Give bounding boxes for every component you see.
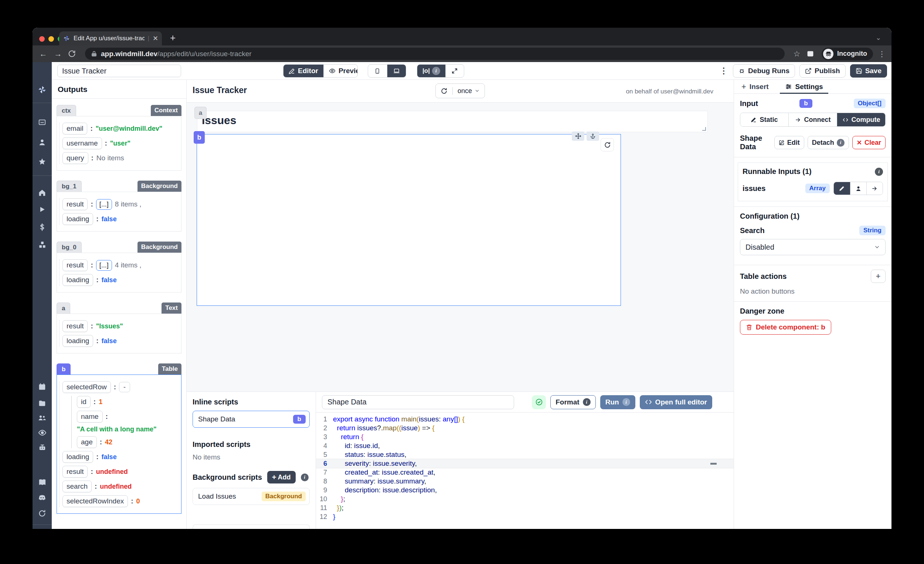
resources-boxes-icon[interactable] bbox=[36, 238, 48, 251]
format-button[interactable]: Formati bbox=[550, 395, 596, 409]
output-key-pill[interactable]: loading bbox=[63, 451, 93, 463]
mobile-view-button[interactable] bbox=[368, 64, 387, 77]
info-icon[interactable]: i bbox=[875, 168, 883, 176]
forward-icon[interactable]: → bbox=[53, 49, 63, 58]
delete-component-button[interactable]: Delete component: b bbox=[740, 320, 831, 335]
apps-icon[interactable] bbox=[36, 116, 48, 129]
move-component-handle[interactable] bbox=[572, 132, 584, 141]
anchor-component-button[interactable] bbox=[586, 132, 599, 141]
refresh-mode-button[interactable]: once bbox=[435, 84, 485, 98]
windmill-logo-icon[interactable] bbox=[36, 84, 48, 96]
minimize-window-button[interactable] bbox=[48, 36, 54, 42]
info-icon[interactable]: i bbox=[301, 474, 309, 481]
text-component[interactable]: a Issues bbox=[197, 111, 708, 132]
static-mode-button[interactable]: Static bbox=[740, 113, 788, 126]
output-key-pill[interactable]: selectedRow bbox=[63, 381, 111, 393]
user-icon[interactable] bbox=[36, 136, 48, 148]
hide-panels-button[interactable]: |o| i bbox=[417, 64, 446, 77]
detach-button[interactable]: Detachi bbox=[808, 136, 849, 149]
output-key-pill[interactable]: selectedRowIndex bbox=[63, 495, 128, 507]
inline-script-item[interactable]: Shape Datab bbox=[192, 411, 310, 428]
workers-robot-icon[interactable] bbox=[36, 441, 48, 453]
background-script-item-partial[interactable] bbox=[192, 525, 310, 529]
output-key-pill[interactable]: result bbox=[63, 259, 88, 271]
publish-button[interactable]: Publish bbox=[800, 64, 846, 78]
side-panel-icon[interactable] bbox=[807, 50, 816, 57]
incognito-badge[interactable]: Incognito bbox=[822, 48, 873, 60]
output-card-tab[interactable]: bg_0 bbox=[57, 242, 82, 253]
docs-book-icon[interactable] bbox=[36, 476, 48, 488]
save-button[interactable]: Save bbox=[850, 64, 887, 78]
resize-handle[interactable] bbox=[702, 127, 706, 131]
output-key-pill[interactable]: loading bbox=[63, 335, 93, 347]
output-array-pill[interactable]: [...] bbox=[96, 260, 112, 271]
output-key-pill[interactable]: search bbox=[63, 480, 92, 492]
compute-mode-button[interactable]: Compute bbox=[837, 113, 885, 126]
app-name-input[interactable]: Issue Tracker bbox=[57, 64, 181, 77]
url-input[interactable]: app.windmill.dev/apps/edit/u/user/issue-… bbox=[85, 48, 784, 60]
output-key-pill[interactable]: result bbox=[63, 320, 88, 332]
output-key-pill[interactable]: age bbox=[77, 436, 97, 448]
browser-menu-icon[interactable]: ⋮ bbox=[878, 49, 885, 58]
tab-search-chevron-icon[interactable]: ⌄ bbox=[876, 34, 881, 42]
add-table-action-button[interactable]: + bbox=[871, 269, 885, 283]
favorites-star-icon[interactable] bbox=[36, 156, 48, 168]
run-button[interactable]: Runi bbox=[600, 395, 635, 409]
settings-tab[interactable]: Settings bbox=[785, 80, 823, 93]
output-card-tab[interactable]: b bbox=[57, 364, 70, 374]
schedules-calendar-icon[interactable] bbox=[36, 380, 48, 393]
preview-tab[interactable]: Preview bbox=[323, 64, 358, 77]
new-tab-button[interactable]: + bbox=[170, 33, 176, 42]
variables-dollar-icon[interactable] bbox=[36, 221, 48, 233]
component-a-label[interactable]: a bbox=[194, 107, 207, 119]
output-key-pill[interactable]: loading bbox=[63, 213, 93, 225]
desktop-view-button[interactable] bbox=[387, 64, 406, 77]
output-key-pill[interactable]: email bbox=[63, 123, 87, 135]
output-key-pill[interactable]: username bbox=[63, 138, 102, 149]
table-refresh-button[interactable] bbox=[601, 138, 614, 151]
output-key-pill[interactable]: query bbox=[63, 152, 88, 164]
connect-mode-button[interactable]: Connect bbox=[788, 113, 837, 126]
refresh-mode-select[interactable]: once bbox=[452, 87, 484, 95]
output-key-pill[interactable]: loading bbox=[63, 274, 93, 286]
editor-tab[interactable]: Editor bbox=[284, 64, 323, 77]
table-component[interactable]: b bbox=[196, 134, 621, 306]
browser-tab[interactable]: Edit App u/user/issue-tracker | ✕ bbox=[59, 31, 162, 45]
more-menu-icon[interactable]: ⋮ bbox=[720, 66, 728, 76]
component-b-label[interactable]: b bbox=[194, 131, 205, 144]
app-canvas[interactable]: a Issues b bbox=[187, 103, 734, 392]
close-window-button[interactable] bbox=[39, 36, 45, 42]
user-input-button[interactable] bbox=[850, 182, 866, 194]
output-key-pill[interactable]: id bbox=[77, 396, 90, 408]
add-background-script-button[interactable]: +Add bbox=[267, 471, 296, 483]
edit-shape-button[interactable]: Edit bbox=[774, 136, 804, 149]
reload-icon[interactable] bbox=[68, 50, 78, 58]
output-array-pill[interactable]: [...] bbox=[96, 199, 112, 210]
search-mode-select[interactable]: Disabled bbox=[740, 239, 885, 255]
code-editor[interactable]: 1export async function main(issues: any[… bbox=[316, 413, 734, 529]
sync-refresh-icon[interactable] bbox=[36, 507, 48, 520]
canvas-refresh-icon[interactable] bbox=[436, 88, 452, 94]
static-edit-button[interactable] bbox=[834, 182, 850, 194]
output-key-pill[interactable]: result bbox=[63, 466, 88, 477]
clear-button[interactable]: ✕ Clear bbox=[852, 136, 885, 149]
home-icon[interactable] bbox=[36, 187, 48, 199]
output-card-tab[interactable]: bg_1 bbox=[57, 181, 82, 192]
debug-runs-button[interactable]: Debug Runs bbox=[733, 64, 795, 78]
output-card-tab[interactable]: a bbox=[57, 302, 70, 314]
output-key-pill[interactable]: name bbox=[77, 411, 103, 423]
output-key-pill[interactable]: result bbox=[63, 198, 88, 210]
background-script-item[interactable]: Load IssuesBackground bbox=[192, 488, 310, 505]
discord-icon[interactable] bbox=[36, 491, 48, 504]
output-collapse-pill[interactable]: - bbox=[119, 382, 130, 392]
tab-close-icon[interactable]: ✕ bbox=[153, 34, 158, 42]
open-full-editor-button[interactable]: Open full editor bbox=[640, 395, 712, 409]
script-name-input[interactable]: Shape Data bbox=[322, 395, 514, 409]
folders-icon[interactable] bbox=[36, 397, 48, 410]
output-card-tab[interactable]: ctx bbox=[57, 105, 76, 116]
audit-eye-icon[interactable] bbox=[36, 426, 48, 439]
back-icon[interactable]: ← bbox=[39, 49, 48, 58]
bookmark-star-icon[interactable]: ☆ bbox=[792, 49, 802, 58]
groups-users-icon[interactable] bbox=[36, 411, 48, 424]
connect-output-button[interactable] bbox=[866, 182, 883, 194]
